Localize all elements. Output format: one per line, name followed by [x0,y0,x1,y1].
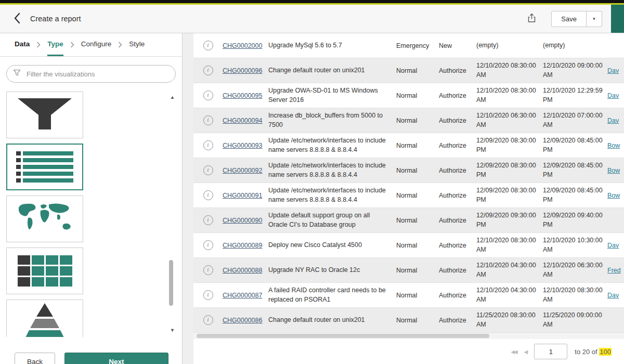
step-data[interactable]: Data [15,33,30,56]
table-row[interactable]: i CHG0000088 Upgrade NY RAC to Oracle 12… [193,258,624,283]
start-date-cell: 12/10/2020 08:30:00 AM [476,61,543,80]
info-icon[interactable]: i [203,290,213,300]
short-description-cell: Update default support group on all Orac… [268,211,396,229]
start-date-cell: 12/10/2020 08:30:00 AM [476,236,543,254]
end-date-cell: (empty) [543,41,607,50]
assignee-link[interactable]: Dav [607,292,624,299]
table-row[interactable]: i CHG0000086 Change default router on un… [193,308,624,333]
change-number-link[interactable]: CHG0000093 [223,142,268,149]
create-report-window: Create a report Save ▼ Data Type Configu… [0,0,624,364]
world-map-icon [14,201,76,237]
info-icon[interactable]: i [203,90,213,100]
end-date-cell: 12/10/2020 06:30:00 AM [543,261,607,279]
step-configure[interactable]: Configure [81,33,112,56]
end-date-cell: 11/25/2020 09:00:00 AM [543,311,607,329]
step-style[interactable]: Style [129,33,145,56]
scroll-down-icon[interactable]: ▼ [170,328,175,333]
viz-type-map[interactable] [6,196,83,242]
info-icon[interactable]: i [203,215,213,225]
viz-type-pyramid[interactable] [6,300,83,337]
horizontal-scrollbar-thumb[interactable] [197,334,489,338]
start-date-cell: 12/10/2020 06:30:00 AM [476,111,543,129]
change-number-link[interactable]: CHG0000091 [223,192,268,199]
wizard-back-button[interactable]: Back [15,353,55,364]
info-icon[interactable]: i [203,140,213,150]
page-input[interactable] [534,344,567,359]
filter-funnel-icon [13,69,21,79]
change-number-link[interactable]: CHG0000092 [223,167,268,174]
change-number-link[interactable]: CHG0000087 [223,292,268,299]
table-row[interactable]: i CHG0000087 A failed RAID controller ca… [193,283,624,308]
table-horizontal-scrollbar[interactable] [193,333,624,339]
start-date-cell: 12/09/2020 08:30:00 PM [476,136,543,154]
end-date-cell: 12/09/2020 08:45:00 PM [543,136,607,154]
assignee-link[interactable]: Dav [607,117,624,124]
table-row[interactable]: i CHG0000093 Update /etc/network/interfa… [193,133,624,158]
viz-type-heatmap[interactable] [6,248,83,294]
previous-page-icon[interactable]: ◀ [524,349,527,355]
short-description-cell: Update /etc/network/interfaces to includ… [268,186,396,204]
short-description-cell: Change default router on unix201 [268,66,396,75]
info-cell: i [193,115,223,125]
table-row[interactable]: i CHG0000089 Deploy new Cisco Catalyst 4… [193,233,624,258]
pyramid-chart-icon [14,301,76,337]
change-number-link[interactable]: CHG0000095 [223,92,268,99]
assignee-link[interactable]: Bow [607,167,624,174]
info-icon[interactable]: i [203,115,213,125]
state-cell: Authorize [439,167,476,174]
change-number-link[interactable]: CHG0000086 [223,317,268,324]
table-row[interactable]: i CHG0000094 Increase db_block_buffers f… [193,108,624,133]
assignee-link[interactable]: Dav [607,242,624,249]
change-number-link[interactable]: CHG0000089 [223,242,268,249]
step-type[interactable]: Type [47,33,63,56]
viz-type-funnel[interactable] [6,92,83,138]
state-cell: New [439,42,476,49]
chevron-right-icon [36,42,41,48]
visualization-filter [6,65,176,83]
change-number-link[interactable]: CHG0000094 [223,117,268,124]
assignee-link[interactable]: Bow [607,192,624,199]
table-row[interactable]: i CHG0000090 Update default support grou… [193,208,624,233]
range-text: to 20 of [575,348,597,356]
wizard-next-button[interactable]: Next [64,353,168,364]
share-button[interactable] [527,13,537,25]
change-number-link[interactable]: CHG0000090 [223,217,268,224]
viz-scrollbar-thumb[interactable] [169,260,173,306]
assignee-link[interactable]: Bow [607,142,624,149]
info-cell: i [193,315,223,325]
end-date-cell: 12/10/2020 12:29:59 PM [543,86,607,105]
info-icon[interactable]: i [203,66,213,75]
viz-type-list[interactable] [6,144,83,190]
state-cell: Authorize [439,67,476,74]
info-cell: i [193,190,223,200]
first-page-icon[interactable]: ◀◀ [511,349,516,355]
info-icon[interactable]: i [203,190,213,200]
info-icon[interactable]: i [203,240,213,250]
info-icon[interactable]: i [203,165,213,175]
table-row[interactable]: i CHG0000095 Upgrade OWA-SD-01 to MS Win… [193,83,624,108]
change-number-link[interactable]: CHG0000096 [223,67,268,74]
table-row[interactable]: i CHG0000091 Update /etc/network/interfa… [193,183,624,208]
save-dropdown-button[interactable]: ▼ [587,11,602,27]
priority-cell: Normal [396,292,439,299]
assignee-link[interactable]: Dav [607,67,624,74]
table-row[interactable]: i CHG0000096 Change default router on un… [193,58,624,83]
row-range-label: to 20 of 100 [575,348,612,356]
change-number-link[interactable]: CHG0000088 [223,267,268,274]
end-date-cell: 12/10/2020 10:30:00 AM [543,236,607,254]
filter-input[interactable] [25,70,169,79]
info-icon[interactable]: i [203,265,213,275]
save-button[interactable]: Save [551,11,587,27]
visualization-list [0,87,182,337]
assignee-link[interactable]: Dav [607,92,624,99]
table-row[interactable]: i CHG0000092 Update /etc/network/interfa… [193,158,624,183]
change-number-link[interactable]: CHG0002000 [223,42,268,49]
assignee-link[interactable]: Fred [607,267,624,274]
back-button[interactable] [8,10,26,28]
info-icon[interactable]: i [203,315,213,325]
scroll-up-icon[interactable]: ▲ [170,95,175,100]
info-icon[interactable]: i [203,41,213,50]
step-label: Data [15,40,30,48]
table-row[interactable]: i CHG0002000 Upgrade MySql 5.6 to 5.7 Em… [193,33,624,58]
end-date-cell: 12/09/2020 08:45:00 PM [543,186,607,204]
